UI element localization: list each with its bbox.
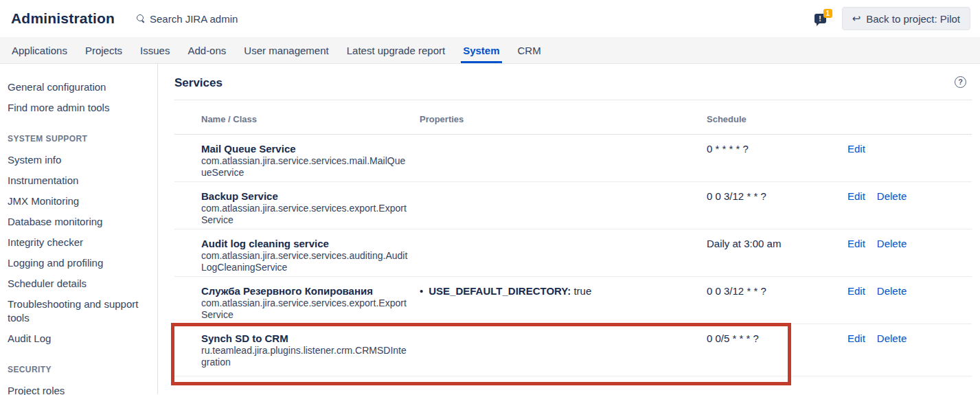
admin-search[interactable] bbox=[137, 13, 301, 25]
back-arrow-icon: ↩ bbox=[852, 12, 861, 25]
sidebar-item-system-info[interactable]: System info bbox=[8, 153, 145, 167]
service-class: com.atlassian.jira.service.services.expo… bbox=[201, 297, 420, 321]
tab-projects[interactable]: Projects bbox=[76, 37, 131, 63]
back-button-label: Back to project: Pilot bbox=[866, 13, 960, 25]
notifications-button[interactable]: ! 1 bbox=[814, 11, 831, 26]
table-row: Служба Резервного Копирования com.atlass… bbox=[174, 277, 972, 324]
admin-sidebar: General configuration Find more admin to… bbox=[0, 64, 158, 394]
delete-link[interactable]: Delete bbox=[877, 237, 907, 276]
service-class: com.atlassian.jira.service.services.mail… bbox=[201, 155, 420, 179]
sidebar-item-find-more-admin-tools[interactable]: Find more admin tools bbox=[8, 101, 145, 115]
service-schedule: Daily at 3:00 am bbox=[707, 237, 847, 276]
service-properties-cell bbox=[420, 142, 707, 181]
tab-system[interactable]: System bbox=[454, 37, 508, 63]
service-name: Audit log cleaning service bbox=[201, 237, 420, 250]
help-icon[interactable]: ? bbox=[955, 76, 966, 88]
edit-link[interactable]: Edit bbox=[847, 284, 865, 324]
service-schedule: 0 0/5 * * * ? bbox=[707, 332, 847, 376]
delete-link[interactable]: Delete bbox=[877, 190, 907, 229]
sidebar-item-logging-and-profiling[interactable]: Logging and profiling bbox=[8, 256, 145, 270]
table-row: Audit log cleaning service com.atlassian… bbox=[174, 229, 972, 277]
sidebar-item-general-configuration[interactable]: General configuration bbox=[8, 80, 145, 94]
service-actions-cell: Edit Delete bbox=[847, 284, 972, 324]
service-class: com.atlassian.jira.service.services.expo… bbox=[201, 203, 420, 226]
search-input[interactable] bbox=[150, 13, 301, 25]
sidebar-item-integrity-checker[interactable]: Integrity checker bbox=[8, 236, 145, 249]
table-row: Mail Queue Service com.atlassian.jira.se… bbox=[174, 135, 972, 182]
sidebar-item-database-monitoring[interactable]: Database monitoring bbox=[8, 215, 145, 229]
notification-badge: 1 bbox=[823, 9, 832, 18]
col-header-name-class: Name / Class bbox=[201, 114, 420, 124]
admin-tabbar: Applications Projects Issues Add-ons Use… bbox=[0, 37, 980, 64]
tab-add-ons[interactable]: Add-ons bbox=[179, 37, 235, 63]
edit-link[interactable]: Edit bbox=[847, 190, 865, 229]
service-name: Служба Резервного Копирования bbox=[201, 284, 420, 297]
back-to-project-button[interactable]: ↩ Back to project: Pilot bbox=[842, 7, 970, 30]
col-header-properties: Properties bbox=[420, 114, 707, 124]
search-icon bbox=[137, 14, 145, 23]
edit-link[interactable]: Edit bbox=[847, 332, 865, 376]
service-actions-cell: Edit Delete bbox=[847, 190, 972, 229]
table-row-highlighted: Synch SD to CRM ru.teamlead.jira.plugins… bbox=[174, 324, 972, 376]
sidebar-item-project-roles[interactable]: Project roles bbox=[8, 384, 145, 395]
edit-link[interactable]: Edit bbox=[847, 142, 865, 181]
service-actions-cell: Edit bbox=[847, 142, 972, 181]
service-schedule: 0 * * * * ? bbox=[707, 142, 847, 181]
sidebar-section-security: SECURITY bbox=[8, 365, 150, 374]
service-name-class-cell: Mail Queue Service com.atlassian.jira.se… bbox=[201, 142, 420, 181]
title-divider bbox=[174, 100, 972, 100]
service-class: com.atlassian.jira.service.services.audi… bbox=[201, 250, 420, 273]
service-actions-cell: Edit Delete bbox=[847, 237, 972, 276]
main-panel: Services ? Name / Class Properties Sched… bbox=[158, 64, 980, 394]
tab-user-management[interactable]: User management bbox=[235, 37, 337, 63]
delete-link[interactable]: Delete bbox=[877, 284, 907, 324]
top-header: Administration ! 1 ↩ Back to project: Pi… bbox=[0, 0, 980, 37]
sidebar-item-troubleshooting[interactable]: Troubleshooting and support tools bbox=[8, 297, 145, 325]
service-actions-cell: Edit Delete bbox=[847, 332, 972, 376]
bullet-icon: • bbox=[420, 284, 423, 324]
service-schedule: 0 0 3/12 * * ? bbox=[707, 284, 847, 324]
sidebar-section-system-support: SYSTEM SUPPORT bbox=[8, 134, 150, 144]
delete-link[interactable]: Delete bbox=[877, 332, 907, 376]
service-properties-cell bbox=[420, 237, 707, 276]
sidebar-item-scheduler-details[interactable]: Scheduler details bbox=[8, 277, 145, 291]
app-title: Administration bbox=[11, 10, 115, 27]
service-name-class-cell: Backup Service com.atlassian.jira.servic… bbox=[201, 190, 420, 229]
service-properties-cell bbox=[420, 190, 707, 229]
service-properties-cell bbox=[420, 332, 707, 376]
sidebar-item-jmx-monitoring[interactable]: JMX Monitoring bbox=[8, 194, 145, 208]
col-header-schedule: Schedule bbox=[707, 114, 847, 124]
header-right: ! 1 ↩ Back to project: Pilot bbox=[814, 7, 970, 30]
property-value: true bbox=[573, 285, 591, 297]
tab-latest-upgrade-report[interactable]: Latest upgrade report bbox=[338, 37, 454, 63]
service-name: Backup Service bbox=[201, 190, 420, 203]
tab-applications[interactable]: Applications bbox=[3, 37, 76, 63]
page-title: Services bbox=[174, 76, 223, 90]
tab-issues[interactable]: Issues bbox=[131, 37, 179, 63]
service-name: Synch SD to CRM bbox=[201, 332, 420, 345]
property-key: USE_DEFAULT_DIRECTORY: bbox=[429, 285, 571, 297]
tab-crm[interactable]: CRM bbox=[509, 37, 550, 63]
service-name: Mail Queue Service bbox=[201, 142, 420, 155]
sidebar-item-instrumentation[interactable]: Instrumentation bbox=[8, 174, 145, 188]
services-table: Name / Class Properties Schedule Mail Qu… bbox=[174, 114, 972, 376]
service-properties-cell: • USE_DEFAULT_DIRECTORY: true bbox=[420, 284, 707, 324]
service-name-class-cell: Synch SD to CRM ru.teamlead.jira.plugins… bbox=[201, 332, 420, 376]
sidebar-item-audit-log[interactable]: Audit Log bbox=[8, 332, 145, 346]
edit-link[interactable]: Edit bbox=[847, 237, 865, 276]
table-row: Backup Service com.atlassian.jira.servic… bbox=[174, 182, 972, 229]
service-schedule: 0 0 3/12 * * ? bbox=[707, 190, 847, 229]
table-header-row: Name / Class Properties Schedule bbox=[174, 114, 972, 135]
property-text: USE_DEFAULT_DIRECTORY: true bbox=[429, 284, 591, 324]
service-class: ru.teamlead.jira.plugins.listener.crm.CR… bbox=[201, 345, 420, 368]
service-name-class-cell: Служба Резервного Копирования com.atlass… bbox=[201, 284, 420, 324]
service-name-class-cell: Audit log cleaning service com.atlassian… bbox=[201, 237, 420, 276]
